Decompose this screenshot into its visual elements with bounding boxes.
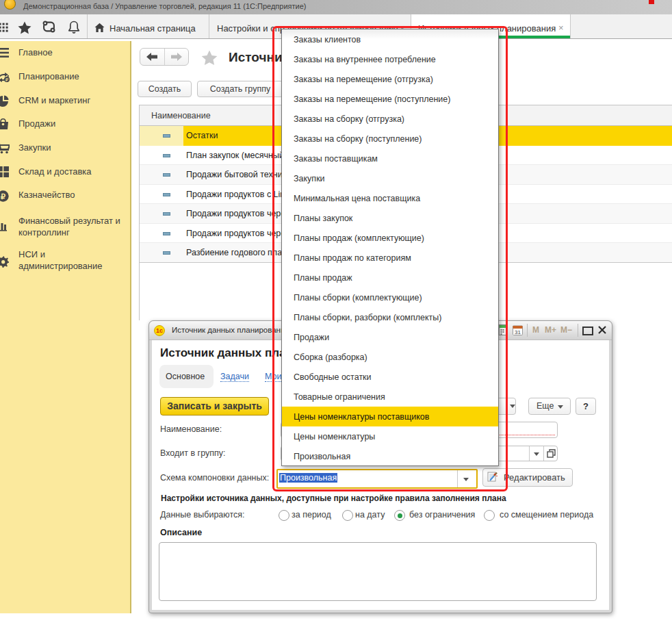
svg-text:₽: ₽ bbox=[5, 77, 9, 82]
svg-text:31: 31 bbox=[515, 329, 521, 335]
svg-text:₽: ₽ bbox=[1, 192, 5, 200]
